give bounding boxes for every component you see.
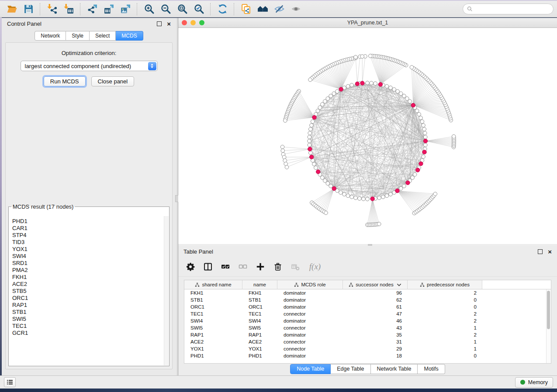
add-column-button[interactable] <box>254 261 266 273</box>
table-row[interactable]: FKH1FKH1dominator962 <box>184 289 547 296</box>
mcds-result-item[interactable]: PHD1 <box>12 218 164 225</box>
mcds-result-item[interactable]: SWI5 <box>12 316 164 323</box>
column-header-shared-name[interactable]: shared name <box>184 280 242 289</box>
zoom-out-button[interactable] <box>157 2 174 16</box>
tab-network-table[interactable]: Network Table <box>371 364 418 374</box>
tab-motifs[interactable]: Motifs <box>418 364 445 374</box>
search-field[interactable] <box>463 3 554 14</box>
zoom-selected-button[interactable] <box>190 2 207 16</box>
network-window: YPA_prune.txt_1 <box>178 18 557 244</box>
zoom-in-button[interactable] <box>141 2 157 16</box>
select-all-button[interactable] <box>219 261 232 273</box>
panel-menu-button[interactable] <box>4 377 16 387</box>
refresh-button[interactable] <box>214 2 231 16</box>
cell-name: PHD1 <box>242 353 277 358</box>
mcds-result-item[interactable]: FKH1 <box>12 274 164 281</box>
mcds-result-item[interactable]: TID3 <box>12 239 164 246</box>
cell-successor-nodes: 61 <box>343 304 408 309</box>
memory-button[interactable]: Memory <box>515 377 553 388</box>
cell-successor-nodes: 43 <box>343 325 408 330</box>
split-view-button[interactable] <box>202 261 214 273</box>
split-view-icon <box>204 262 212 271</box>
table-panel: Table Panel × f(x) shared namenameMCDS r… <box>178 246 557 375</box>
close-panel-icon[interactable]: × <box>167 21 171 27</box>
criterion-select[interactable]: largest connected component (undirected) <box>21 61 158 71</box>
tab-edge-table[interactable]: Edge Table <box>331 364 370 374</box>
table-row[interactable]: TEC1TEC1connector472 <box>184 310 547 317</box>
scrollbar-thumb[interactable] <box>547 291 550 329</box>
mcds-result-item[interactable]: YOX1 <box>12 246 164 253</box>
cell-MCDS-role: connector <box>277 346 343 351</box>
table-row[interactable]: ACE2ACE2connector311 <box>184 338 547 345</box>
mcds-result-item[interactable]: PMA2 <box>12 267 164 274</box>
float-panel-icon[interactable] <box>157 21 162 26</box>
column-header-name[interactable]: name <box>242 280 277 289</box>
table-row[interactable]: ORC1ORC1dominator610 <box>184 303 547 310</box>
table-row[interactable]: SWI5SWI5connector431 <box>184 324 547 331</box>
mcds-list-scrollbar[interactable] <box>164 216 169 365</box>
tab-select[interactable]: Select <box>90 31 116 41</box>
export-image-button[interactable] <box>117 2 134 16</box>
column-header-MCDS-role[interactable]: MCDS role <box>277 280 343 289</box>
mcds-result-item[interactable]: CAR1 <box>12 225 164 232</box>
cell-successor-nodes: 35 <box>343 332 408 337</box>
deselect-all-button[interactable] <box>237 261 249 273</box>
save-session-button[interactable] <box>20 2 37 16</box>
zoom-out-icon <box>160 3 171 14</box>
import-table-button[interactable] <box>60 2 77 16</box>
table-row[interactable]: SWI4SWI4dominator462 <box>184 317 547 324</box>
cell-successor-nodes: 96 <box>343 290 408 296</box>
network-graph[interactable] <box>178 28 557 244</box>
mcds-result-box: MCDS result (17 nodes) PHD1CAR1STP4TID3Y… <box>8 203 170 366</box>
table-toolbar: f(x) <box>178 257 557 277</box>
table-row[interactable]: PHD1PHD1dominator180 <box>184 352 547 359</box>
column-header-predecessor-nodes[interactable]: predecessor nodes <box>408 280 482 289</box>
mcds-result-item[interactable]: ORC1 <box>12 295 164 302</box>
open-file-button[interactable] <box>3 2 20 16</box>
column-type-icon <box>294 282 299 287</box>
table-row[interactable]: YOX1YOX1connector291 <box>184 345 547 352</box>
close-panel-icon[interactable]: × <box>548 248 552 255</box>
zoom-fit-button[interactable] <box>174 2 190 16</box>
mcds-result-item[interactable]: RAP1 <box>12 302 164 309</box>
mcds-result-item[interactable]: ACE2 <box>12 281 164 288</box>
export-network-button[interactable] <box>84 2 100 16</box>
tab-node-table[interactable]: Node Table <box>290 364 331 374</box>
tab-style[interactable]: Style <box>66 31 90 41</box>
mcds-result-item[interactable]: GCR1 <box>12 330 164 337</box>
cell-shared-name: ORC1 <box>184 304 242 309</box>
settings-button[interactable] <box>184 261 197 273</box>
tab-mcds[interactable]: MCDS <box>116 31 143 41</box>
desktop-wallpaper-bottom <box>0 389 557 392</box>
zoom-fit-icon <box>177 3 188 14</box>
first-neighbors-button[interactable] <box>254 2 271 16</box>
table-scrollbar[interactable] <box>546 289 551 363</box>
clone-network-button[interactable] <box>238 2 254 16</box>
run-mcds-button[interactable]: Run MCDS <box>44 76 86 86</box>
function-icon: f(x) <box>309 262 321 272</box>
cell-name: FKH1 <box>242 290 277 296</box>
column-header-successor-nodes[interactable]: successor nodes <box>343 280 408 289</box>
mcds-result-item[interactable]: STB1 <box>12 309 164 316</box>
mcds-result-item[interactable]: STB5 <box>12 288 164 295</box>
import-network-button[interactable] <box>44 2 60 16</box>
search-input[interactable] <box>475 6 549 13</box>
hide-selected-button[interactable] <box>271 2 287 16</box>
mcds-result-item[interactable]: SWI4 <box>12 253 164 260</box>
tab-network[interactable]: Network <box>35 31 66 41</box>
show-all-button[interactable] <box>287 2 304 16</box>
export-table-button[interactable] <box>100 2 117 16</box>
control-panel-tabs: NetworkStyleSelectMCDS <box>2 31 176 41</box>
column-type-icon <box>195 282 200 287</box>
table-row[interactable]: STB1STB1dominator620 <box>184 296 547 303</box>
memory-label: Memory <box>528 379 548 385</box>
float-panel-icon[interactable] <box>538 249 543 254</box>
cell-shared-name: PHD1 <box>184 353 242 358</box>
close-panel-button[interactable]: Close panel <box>91 76 135 86</box>
mcds-result-item[interactable]: STP4 <box>12 232 164 239</box>
mcds-result-item[interactable]: SRD1 <box>12 260 164 267</box>
network-canvas[interactable] <box>178 28 557 244</box>
delete-column-button[interactable] <box>272 261 284 273</box>
mcds-result-item[interactable]: TEC1 <box>12 323 164 330</box>
table-row[interactable]: RAP1RAP1dominator352 <box>184 331 547 338</box>
